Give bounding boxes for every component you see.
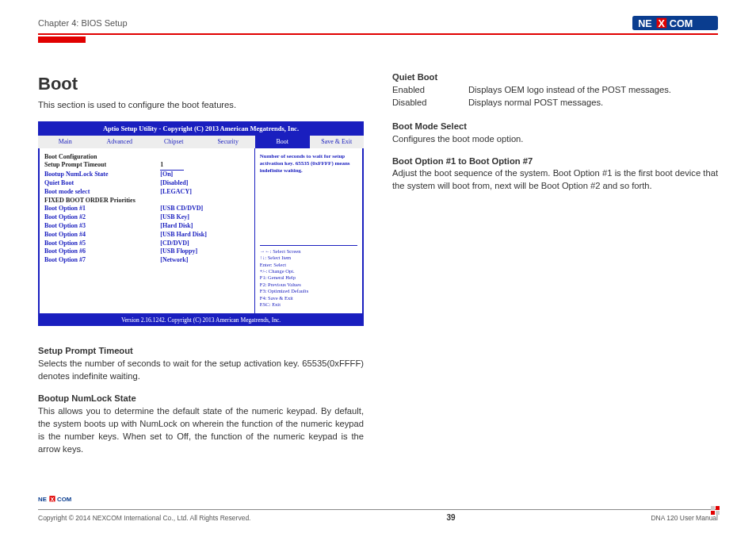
bios-row-label: Boot Option #4 xyxy=(44,231,160,240)
bios-row-label: Boot Option #2 xyxy=(44,213,160,222)
page-number: 39 xyxy=(446,513,455,522)
bios-row-value: [USB Key] xyxy=(160,213,250,222)
bios-row-value: [USB Floppy] xyxy=(160,247,250,256)
boot-option-body: Adjust the boot sequence of the system. … xyxy=(392,167,718,193)
bios-key-line: F4: Save & Exit xyxy=(260,295,357,301)
bios-row-label: Setup Prompt Timeout xyxy=(44,161,160,171)
bios-row-value: [USB Hard Disk] xyxy=(160,231,250,240)
bios-key-line: Enter: Select xyxy=(260,262,357,268)
bios-row-value: [Hard Disk] xyxy=(160,222,250,231)
bios-row-label: Boot Option #1 xyxy=(44,205,160,213)
bios-key-line: F2: Previous Values xyxy=(260,282,357,288)
bios-tab-saveexit: Save & Exit xyxy=(310,136,365,148)
bios-tabs: MainAdvancedChipsetSecurityBootSave & Ex… xyxy=(38,136,364,148)
bios-row-label: Boot Configuration xyxy=(44,153,160,162)
page-footer: NE X COM Copyright © 2014 NEXCOM Interna… xyxy=(38,495,718,522)
svg-text:X: X xyxy=(658,18,665,29)
bios-row-label: Bootup NumLock State xyxy=(44,171,160,179)
nexcom-logo-icon: NE X COM xyxy=(38,495,95,504)
bios-tab-boot: Boot xyxy=(255,136,310,148)
quiet-boot-title: Quiet Boot xyxy=(392,71,718,84)
bios-row-label: Boot Option #6 xyxy=(44,247,160,256)
bios-row: Bootup NumLock State[On] xyxy=(44,171,250,179)
bios-row: Boot mode select[LEGACY] xyxy=(44,188,250,197)
footer-squares-icon xyxy=(711,506,720,515)
section-title: Boot xyxy=(38,71,364,96)
bios-key-line: +/-: Change Opt. xyxy=(260,268,357,274)
bios-key-help: →←: Select Screen↑↓: Select ItemEnter: S… xyxy=(260,245,357,309)
bios-tab-chipset: Chipset xyxy=(147,136,201,148)
svg-text:X: X xyxy=(51,496,55,503)
bios-row: Boot Option #1[USB CD/DVD] xyxy=(44,205,250,213)
quiet-boot-value: Displays OEM logo instead of the POST me… xyxy=(468,84,718,97)
bios-row: Quiet Boot[Disabled] xyxy=(44,179,250,188)
bios-row-value: 1 xyxy=(160,161,250,171)
page-header: Chapter 4: BIOS Setup NE X COM xyxy=(38,16,718,35)
bios-help-text: Number of seconds to wait for setup acti… xyxy=(260,153,357,174)
bios-row: Boot Option #6[USB Floppy] xyxy=(44,247,250,256)
setup-prompt-body: Selects the number of seconds to wait fo… xyxy=(38,358,364,383)
quiet-boot-row: EnabledDisplays OEM logo instead of the … xyxy=(392,84,718,97)
bios-title: Aptio Setup Utility - Copyright (C) 2013… xyxy=(38,121,364,136)
bios-row-value: [Network] xyxy=(160,256,250,265)
bios-tab-main: Main xyxy=(38,136,93,148)
left-column: Boot This section is used to configure t… xyxy=(38,71,364,465)
bios-key-line: ESC: Exit xyxy=(260,301,357,308)
quiet-boot-row: DisabledDisplays normal POST messages. xyxy=(392,97,718,109)
bios-row: Boot Configuration xyxy=(44,153,250,162)
copyright-text: Copyright © 2014 NEXCOM International Co… xyxy=(38,514,250,522)
bios-row-label: FIXED BOOT ORDER Priorities xyxy=(44,197,160,205)
bios-row: Boot Option #5[CD/DVD] xyxy=(44,240,250,248)
bios-row: Boot Option #4[USB Hard Disk] xyxy=(44,231,250,240)
bios-row-label: Boot mode select xyxy=(44,188,160,197)
bios-tab-security: Security xyxy=(201,136,256,148)
footer-logo: NE X COM xyxy=(38,495,718,509)
manual-name: DNA 120 User Manual xyxy=(651,514,718,522)
bios-row: Setup Prompt Timeout1 xyxy=(44,161,250,171)
brand-logo: NE X COM xyxy=(632,16,718,30)
numlock-body: This allows you to determine the default… xyxy=(38,405,364,456)
bios-row-value: [Disabled] xyxy=(160,179,250,188)
svg-text:COM: COM xyxy=(57,496,71,503)
accent-bar xyxy=(38,36,86,43)
bios-row-value xyxy=(160,153,250,162)
bios-screenshot: Aptio Setup Utility - Copyright (C) 2013… xyxy=(38,121,364,326)
bios-row: Boot Option #3[Hard Disk] xyxy=(44,222,250,231)
bios-row-value: [USB CD/DVD] xyxy=(160,205,250,213)
bios-row-value xyxy=(160,197,250,205)
boot-mode-body: Configures the boot mode option. xyxy=(392,133,718,146)
bios-row-label: Boot Option #3 xyxy=(44,222,160,231)
quiet-boot-key: Disabled xyxy=(392,97,468,109)
bios-key-line: →←: Select Screen xyxy=(260,248,357,255)
bios-row-value: [On] xyxy=(160,171,250,179)
svg-text:COM: COM xyxy=(670,18,693,29)
bios-row-value: [LEGACY] xyxy=(160,188,250,197)
boot-mode-title: Boot Mode Select xyxy=(392,121,718,133)
numlock-title: Bootup NumLock State xyxy=(38,393,364,405)
nexcom-logo-icon: NE X COM xyxy=(632,16,718,30)
bios-row: FIXED BOOT ORDER Priorities xyxy=(44,197,250,205)
bios-key-line: F3: Optimized Defaults xyxy=(260,288,357,294)
setup-prompt-title: Setup Prompt Timeout xyxy=(38,345,364,358)
svg-text:NE: NE xyxy=(38,496,47,503)
bios-row-label: Boot Option #7 xyxy=(44,256,160,265)
bios-row: Boot Option #7[Network] xyxy=(44,256,250,265)
bios-row-value: [CD/DVD] xyxy=(160,240,250,248)
bios-key-line: F1: General Help xyxy=(260,274,357,281)
boot-option-title: Boot Option #1 to Boot Option #7 xyxy=(392,155,718,168)
bios-settings-panel: Boot ConfigurationSetup Prompt Timeout1B… xyxy=(40,148,254,313)
bios-row-label: Quiet Boot xyxy=(44,179,160,188)
bios-footer: Version 2.16.1242. Copyright (C) 2013 Am… xyxy=(38,315,364,327)
bios-key-line: ↑↓: Select Item xyxy=(260,255,357,261)
section-intro: This section is used to configure the bo… xyxy=(38,99,364,112)
chapter-title: Chapter 4: BIOS Setup xyxy=(38,18,128,28)
bios-tab-advanced: Advanced xyxy=(93,136,147,148)
quiet-boot-key: Enabled xyxy=(392,84,468,97)
quiet-boot-value: Displays normal POST messages. xyxy=(468,97,718,109)
bios-row: Boot Option #2[USB Key] xyxy=(44,213,250,222)
bios-help-panel: Number of seconds to wait for setup acti… xyxy=(254,148,362,313)
bios-row-label: Boot Option #5 xyxy=(44,240,160,248)
right-column: Quiet Boot EnabledDisplays OEM logo inst… xyxy=(392,71,718,465)
svg-text:NE: NE xyxy=(638,18,652,29)
